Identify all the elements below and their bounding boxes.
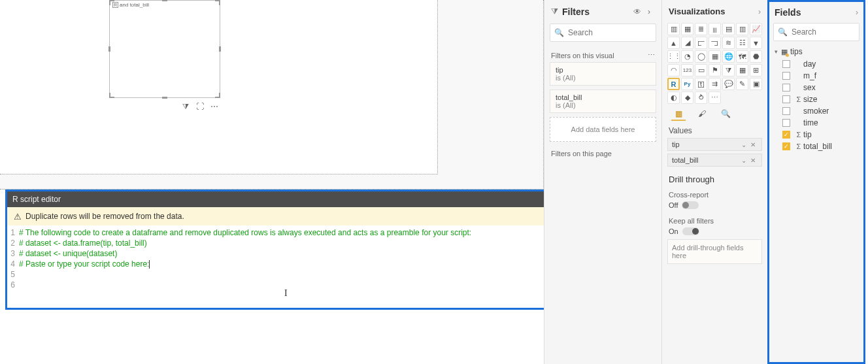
viz-gallery: ▥ ▦ ≣ ⫼ ▤ ▥ 📈 ▲ ◢ ⫍ ⫎ ≋ ☷ ▼ ⋮⋮ ◔ ◯ ▦ 🌐 🗺… [662, 23, 767, 105]
visual-filter-icon[interactable]: ⧩ [180, 101, 191, 112]
viz-stacked-column-icon[interactable]: ▦ [681, 23, 693, 35]
viz-scatter-icon[interactable]: ⋮⋮ [667, 50, 680, 63]
filter-card-total-bill[interactable]: total_bill is (All) [550, 90, 656, 113]
viz-tab-fields[interactable]: ▦ [671, 109, 686, 121]
viz-100col-icon[interactable]: ▥ [736, 23, 748, 35]
field-row-time[interactable]: time [773, 117, 860, 129]
filters-collapse-icon[interactable]: › [643, 7, 655, 16]
filter-card-tip[interactable]: tip is (All) [550, 62, 656, 86]
viz-line-col2-icon[interactable]: ⫎ [709, 37, 721, 49]
viz-100bar-icon[interactable]: ▤ [722, 23, 735, 35]
viz-arcgis-icon[interactable]: ◐ [667, 91, 680, 104]
keep-filters-toggle[interactable]: On [669, 227, 761, 235]
viz-pie-icon[interactable]: ◔ [681, 50, 693, 63]
field-checkbox[interactable] [782, 119, 790, 127]
viz-more-icon[interactable]: ⋯ [709, 91, 721, 104]
viz-collapse-icon[interactable]: › [758, 7, 761, 16]
viz-clustered-bar-icon[interactable]: ≣ [695, 23, 707, 35]
viz-shape-map-icon[interactable]: ⬣ [750, 50, 762, 63]
filters-title: Filters [562, 7, 631, 17]
viz-python-icon[interactable]: Py [681, 78, 693, 90]
viz-tab-analytics[interactable]: 🔍 [718, 109, 733, 121]
viz-map-icon[interactable]: 🌐 [722, 50, 735, 63]
viz-ribbon-icon[interactable]: ≋ [722, 37, 735, 49]
r-editor-title: R script editor [12, 195, 61, 204]
fields-pane: Fields› 🔍Search ▾▦tips daym_fsexΣsizesmo… [767, 0, 865, 364]
field-checkbox[interactable] [782, 84, 790, 91]
field-row-smoker[interactable]: smoker [773, 105, 860, 117]
viz-stacked-area-icon[interactable]: ◢ [681, 37, 693, 49]
viz-funnel-icon[interactable]: ▼ [750, 37, 762, 49]
viz-decomp-icon[interactable]: ⇉ [709, 78, 721, 90]
pill-chevron-icon[interactable]: ⌄ [739, 157, 748, 164]
viz-gauge-icon[interactable]: ◠ [667, 64, 680, 76]
filter-state: is (All) [556, 101, 650, 109]
viz-stacked-bar-icon[interactable]: ▥ [667, 23, 680, 35]
field-checkbox[interactable] [782, 107, 790, 115]
viz-matrix-icon[interactable]: ⊞ [750, 64, 762, 76]
filter-dropzone[interactable]: Add data fields here [550, 117, 656, 142]
section-more-icon[interactable]: ⋯ [648, 51, 655, 59]
field-name: size [803, 95, 817, 104]
field-checkbox[interactable] [782, 95, 790, 103]
sigma-icon: Σ [795, 95, 802, 103]
filters-search[interactable]: 🔍 Search [550, 24, 656, 42]
fields-search[interactable]: 🔍Search [773, 23, 860, 41]
warning-text: Duplicate rows will be removed from the … [25, 212, 184, 221]
viz-donut-icon[interactable]: ◯ [695, 50, 707, 63]
fields-tab-icon: ▦ [675, 109, 682, 118]
field-row-sex[interactable]: sex [773, 82, 860, 93]
values-label: Values [662, 121, 767, 138]
sigma-icon: Σ [795, 142, 802, 150]
viz-kpi-icon[interactable]: ⚑ [709, 64, 721, 76]
field-row-tip[interactable]: Σtip [773, 129, 860, 141]
visual-focus-icon[interactable]: ⛶ [195, 101, 205, 112]
viz-qa-icon[interactable]: 💬 [722, 78, 735, 90]
field-checkbox[interactable] [782, 72, 790, 80]
search-icon: 🔍 [778, 27, 788, 37]
drill-through-dropzone[interactable]: Add drill-through fields here [667, 239, 762, 264]
viz-line-icon[interactable]: 📈 [750, 23, 762, 35]
sigma-icon: Σ [795, 131, 802, 139]
field-name: m_f [803, 71, 816, 80]
r-visual-placeholder[interactable]: Rand total_bill ⧩ ⛶ ⋯ [109, 0, 220, 98]
filters-visibility-icon[interactable]: 👁 [631, 7, 643, 16]
value-pill-total-bill[interactable]: total_bill⌄✕ [667, 154, 762, 167]
viz-treemap-icon[interactable]: ▦ [709, 50, 721, 63]
viz-slicer-icon[interactable]: ⧩ [722, 64, 735, 76]
format-tab-icon: 🖌 [698, 109, 706, 118]
caret-down-icon: ▾ [775, 48, 781, 55]
viz-key-influencers-icon[interactable]: ⚿ [695, 78, 707, 90]
pill-remove-icon[interactable]: ✕ [748, 141, 758, 148]
value-pill-tip[interactable]: tip⌄✕ [667, 138, 762, 151]
field-row-m_f[interactable]: m_f [773, 70, 860, 82]
viz-card-icon[interactable]: 123 [681, 64, 693, 76]
visual-more-icon[interactable]: ⋯ [209, 101, 220, 112]
keep-filters-label: Keep all filters [662, 213, 767, 226]
viz-filled-map-icon[interactable]: 🗺 [736, 50, 748, 63]
field-row-total_bill[interactable]: Σtotal_bill [773, 141, 860, 152]
viz-automate-icon[interactable]: ⥁ [695, 91, 707, 104]
cross-report-toggle[interactable]: Off [669, 201, 761, 209]
fields-collapse-icon[interactable]: › [856, 8, 858, 17]
viz-table-icon[interactable]: ▦ [736, 64, 748, 76]
field-checkbox[interactable] [782, 142, 790, 150]
viz-line-col-icon[interactable]: ⫍ [695, 37, 707, 49]
report-canvas[interactable]: Rand total_bill ⧩ ⛶ ⋯ [0, 0, 544, 190]
viz-clustered-column-icon[interactable]: ⫼ [709, 23, 721, 35]
pill-remove-icon[interactable]: ✕ [748, 157, 758, 164]
pill-chevron-icon[interactable]: ⌄ [739, 141, 748, 148]
viz-waterfall-icon[interactable]: ☷ [736, 37, 748, 49]
field-checkbox[interactable] [782, 60, 790, 68]
viz-powerapps-icon[interactable]: ◆ [681, 91, 693, 104]
table-tips[interactable]: ▾▦tips [773, 45, 860, 58]
viz-paginated-icon[interactable]: ▣ [750, 78, 762, 90]
viz-multirow-icon[interactable]: ▭ [695, 64, 707, 76]
viz-tab-format[interactable]: 🖌 [695, 109, 709, 121]
viz-smart-icon[interactable]: ✎ [736, 78, 748, 90]
field-row-day[interactable]: day [773, 58, 860, 70]
field-checkbox[interactable] [782, 131, 790, 139]
field-row-size[interactable]: Σsize [773, 93, 860, 105]
viz-area-icon[interactable]: ▲ [667, 37, 680, 49]
viz-r-icon[interactable]: R [667, 78, 680, 90]
